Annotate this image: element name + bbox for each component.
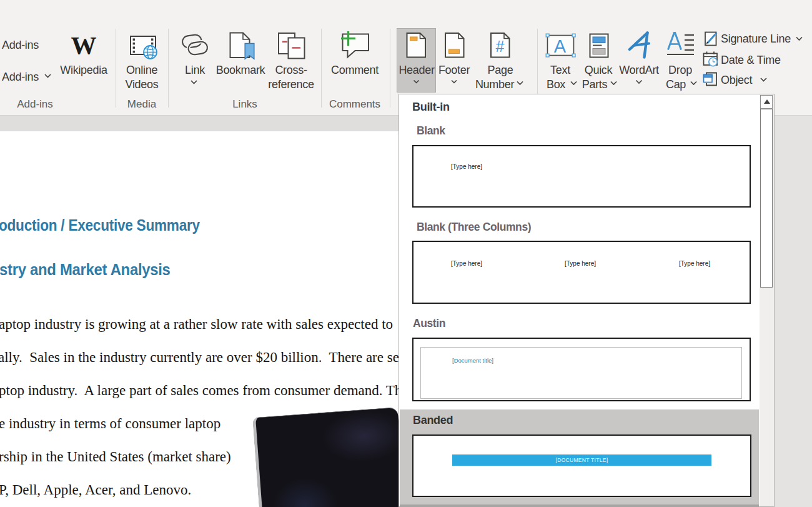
svg-text:A: A (554, 36, 567, 56)
svg-text:#: # (496, 38, 505, 55)
